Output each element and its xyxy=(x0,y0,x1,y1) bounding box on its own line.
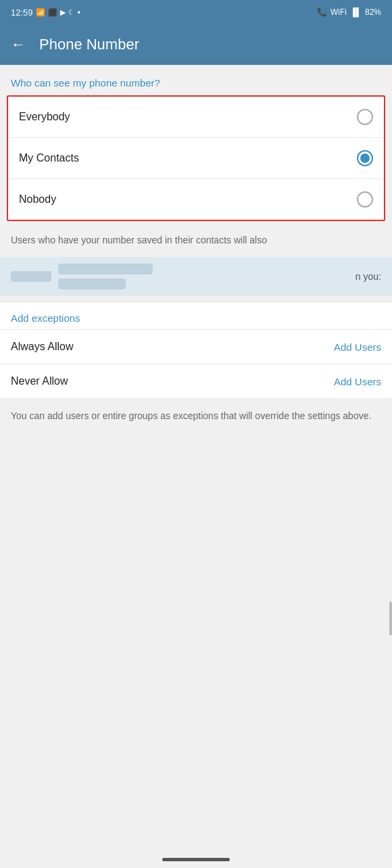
exceptions-footer-text: You can add users or entire groups as ex… xyxy=(11,410,371,421)
scroll-indicator xyxy=(389,602,392,635)
never-allow-label: Never Allow xyxy=(11,375,68,387)
always-allow-row: Always Allow Add Users xyxy=(0,329,392,364)
moon-icon: ☾ xyxy=(68,8,75,17)
bottom-spacer xyxy=(0,433,392,771)
voip-icon: 📞 xyxy=(317,7,327,17)
who-can-see-header: Who can see my phone number? xyxy=(0,65,392,95)
home-indicator xyxy=(162,858,230,861)
option-everybody-label: Everybody xyxy=(19,111,70,123)
blurred-avatar xyxy=(11,271,51,282)
back-button[interactable]: ← xyxy=(11,36,26,53)
option-nobody-label: Nobody xyxy=(19,193,56,206)
blurred-contact-section: n you: xyxy=(0,257,392,296)
visibility-options-group: Everybody My Contacts Nobody xyxy=(7,95,385,221)
exceptions-header: Add exceptions xyxy=(0,303,392,329)
status-bar-left: 12:59 📶 ⬛ ▶ ☾ • xyxy=(11,7,80,18)
bottom-area-inner xyxy=(0,433,392,771)
always-allow-label: Always Allow xyxy=(11,341,73,353)
option-mycontacts[interactable]: My Contacts xyxy=(8,137,384,178)
radio-everybody[interactable] xyxy=(357,109,373,125)
always-allow-add-users-button[interactable]: Add Users xyxy=(334,341,381,353)
phone-signal-icon: 📶 xyxy=(36,8,45,17)
time-label: 12:59 xyxy=(11,7,33,18)
notification-icon: ⬛ xyxy=(48,8,57,17)
blurred-suffix: n you: xyxy=(356,271,381,282)
page-title: Phone Number xyxy=(39,36,139,53)
wifi-icon: WiFi xyxy=(330,7,347,17)
app-bar: ← Phone Number xyxy=(0,24,392,65)
info-text-block: Users who have your number saved in thei… xyxy=(0,224,392,257)
option-everybody[interactable]: Everybody xyxy=(8,97,384,137)
youtube-icon: ▶ xyxy=(60,8,66,17)
signal-bars-icon: ▐▌ xyxy=(350,7,362,17)
blurred-detail xyxy=(58,279,126,289)
exceptions-section: Add exceptions Always Allow Add Users Ne… xyxy=(0,303,392,398)
battery-label: 82% xyxy=(365,7,381,17)
status-bar-right: 📞 WiFi ▐▌ 82% xyxy=(317,7,381,17)
never-allow-add-users-button[interactable]: Add Users xyxy=(334,376,381,387)
option-nobody[interactable]: Nobody xyxy=(8,178,384,220)
dot-icon: • xyxy=(78,7,81,18)
radio-mycontacts[interactable] xyxy=(357,150,373,166)
radio-nobody[interactable] xyxy=(357,191,373,208)
blurred-name xyxy=(58,264,153,274)
info-text: Users who have your number saved in thei… xyxy=(11,235,267,245)
content-area: Who can see my phone number? Everybody M… xyxy=(0,65,392,868)
option-mycontacts-label: My Contacts xyxy=(19,152,79,164)
exceptions-footer: You can add users or entire groups as ex… xyxy=(0,400,392,433)
status-bar: 12:59 📶 ⬛ ▶ ☾ • 📞 WiFi ▐▌ 82% xyxy=(0,0,392,24)
never-allow-row: Never Allow Add Users xyxy=(0,364,392,398)
